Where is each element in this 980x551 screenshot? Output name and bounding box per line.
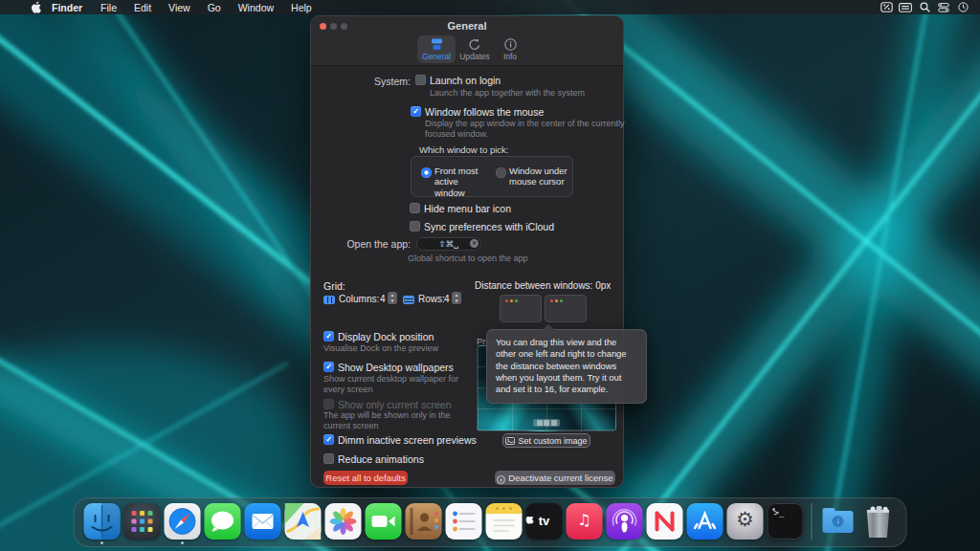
dock-messages-icon[interactable] [205, 503, 241, 540]
tab-updates-label: Updates [459, 52, 490, 61]
dock-finder-icon[interactable] [84, 503, 121, 540]
grid-label: Grid: [323, 280, 345, 292]
reduce-animations-checkbox[interactable] [323, 453, 334, 464]
dock-photos-icon[interactable] [325, 503, 362, 540]
hide-menu-bar-label: Hide menu bar icon [424, 203, 511, 214]
deactivate-license-label: Deactivate current license [508, 473, 612, 483]
dock-launchpad-icon[interactable] [124, 503, 161, 540]
hide-menu-bar-checkbox[interactable] [410, 203, 420, 213]
terminal-glyph: >_ [774, 508, 785, 518]
dock-terminal-icon[interactable]: >_ [768, 503, 804, 540]
dock-safari-icon[interactable] [165, 503, 201, 540]
image-icon [505, 437, 515, 445]
sync-icloud-label: Sync preferences with iCloud [424, 221, 554, 232]
menu-item-file[interactable]: File [100, 2, 117, 13]
tab-updates[interactable]: Updates [456, 35, 494, 63]
info-icon [504, 38, 517, 51]
distance-window-preview-right[interactable] [545, 295, 587, 322]
dock-facetime-icon[interactable] [366, 503, 402, 540]
sync-icloud-checkbox[interactable] [410, 221, 420, 231]
dock-appstore-icon[interactable] [687, 503, 724, 540]
dock-contacts-icon[interactable] [406, 503, 442, 540]
tv-glyph: tv [539, 514, 550, 528]
dock-downloads-icon[interactable] [820, 503, 857, 540]
license-icon: ✳ [497, 475, 505, 484]
launch-on-login-description: Launch the app together with the system [430, 88, 621, 99]
distance-window-preview-left[interactable] [500, 295, 542, 322]
show-wallpapers-description: Show current desktop wallpaper for every… [323, 374, 467, 396]
running-indicator [772, 508, 775, 511]
menu-item-go[interactable]: Go [208, 2, 221, 13]
distance-label: Distance between windows: 0px [475, 280, 611, 291]
menu-item-edit[interactable]: Edit [134, 2, 151, 13]
dock-news-icon[interactable] [647, 503, 683, 540]
general-tab-icon [430, 38, 444, 51]
show-only-current-label: Show only current screen [338, 399, 451, 410]
which-window-label: Which window to pick: [419, 144, 508, 155]
window-under-radio[interactable] [496, 167, 506, 178]
preview-dock-indicator [533, 419, 560, 427]
open-the-app-label: Open the app: [319, 238, 411, 250]
menu-item-finder[interactable]: Finder [52, 2, 82, 13]
preferences-window: General General Updates Info System: [310, 15, 624, 488]
updates-refresh-icon [468, 38, 481, 51]
show-wallpapers-checkbox[interactable] [323, 362, 334, 372]
deactivate-license-button[interactable]: ✳Deactivate current license [495, 471, 615, 485]
system-label: System: [319, 76, 411, 87]
control-center-icon[interactable] [934, 0, 953, 14]
columns-label: Columns: [339, 294, 379, 304]
show-only-current-description: The app will be shown only in the curren… [323, 410, 467, 432]
dimm-inactive-checkbox[interactable] [323, 434, 334, 445]
dock-podcasts-icon[interactable] [607, 503, 643, 540]
display-dock-label: Display Dock position [338, 331, 434, 342]
shortcut-clear-icon[interactable] [470, 239, 479, 248]
window-follows-mouse-checkbox[interactable] [411, 106, 421, 117]
tooltip-text: You can drag this view and the other one… [496, 338, 626, 394]
search-icon[interactable] [915, 0, 934, 14]
dock-tv-icon[interactable]: tv [526, 503, 563, 540]
show-wallpapers-label: Show Desktop wallpapers [338, 362, 454, 373]
menu-bar: Finder File Edit View Go Window Help [0, 0, 980, 14]
columns-stepper[interactable] [388, 292, 397, 304]
rows-label: Rows: [418, 294, 445, 304]
tab-info[interactable]: Info [491, 35, 529, 63]
front-most-radio[interactable] [421, 167, 432, 178]
running-indicator [100, 541, 103, 544]
dock-trash-icon[interactable] [860, 503, 897, 540]
menu-item-view[interactable]: View [168, 2, 190, 13]
dock-music-icon[interactable] [567, 503, 603, 540]
apple-menu[interactable] [27, 0, 46, 14]
tab-general[interactable]: General [417, 35, 456, 63]
menu-item-window[interactable]: Window [238, 2, 274, 13]
display-dock-checkbox[interactable] [323, 331, 334, 342]
dimm-inactive-label: Dimm inactive screen previews [338, 434, 477, 446]
reset-defaults-button[interactable]: Reset all to defaults [323, 471, 408, 485]
apple-logo-icon [32, 1, 42, 13]
menu-item-help[interactable]: Help [291, 2, 312, 13]
clock-icon[interactable] [953, 0, 972, 14]
set-custom-image-button[interactable]: Set custom image [502, 433, 590, 448]
keyboard-icon[interactable] [896, 0, 915, 14]
dock-maps-icon[interactable] [285, 503, 322, 540]
window-follows-mouse-label: Window follows the mouse [425, 106, 544, 118]
dock-divider [812, 503, 813, 540]
dock: tv >_ [74, 497, 907, 547]
which-window-group: Front most active window Window under mo… [411, 156, 573, 197]
front-most-label: Front most active window [434, 165, 490, 198]
window-follows-mouse-description: Display the app window in the center of … [425, 119, 640, 141]
set-custom-image-label: Set custom image [518, 436, 587, 446]
launch-on-login-checkbox[interactable] [415, 75, 426, 85]
display-dock-description: Visualise Dock on the preview [323, 343, 477, 354]
dock-settings-icon[interactable] [727, 503, 764, 540]
dock-reminders-icon[interactable] [446, 503, 482, 540]
tab-general-label: General [422, 52, 451, 61]
dock-notes-icon[interactable] [486, 503, 523, 540]
tab-info-label: Info [503, 52, 517, 61]
title-bar: General General Updates Info [311, 16, 623, 66]
app-window-icon[interactable] [877, 0, 896, 14]
dock-mail-icon[interactable] [245, 503, 281, 540]
window-under-label: Window under mouse cursor [509, 165, 570, 187]
launch-on-login-label: Launch on login [430, 75, 501, 86]
show-only-current-checkbox[interactable] [323, 399, 334, 409]
rows-stepper[interactable] [452, 292, 461, 304]
